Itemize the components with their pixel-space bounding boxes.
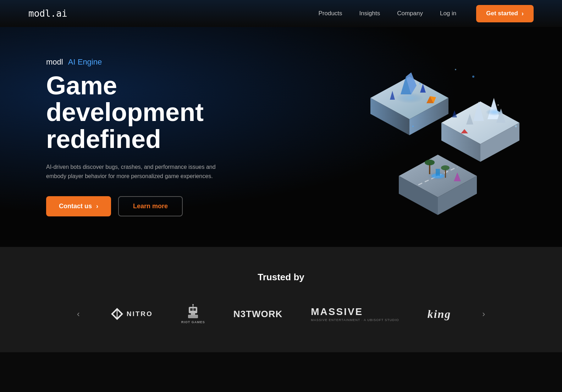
n3twork-label: N3TWORK — [233, 309, 282, 320]
riot-icon — [185, 304, 201, 320]
svg-marker-37 — [452, 110, 457, 117]
trusted-title: Trusted by — [28, 272, 534, 283]
svg-rect-45 — [191, 313, 195, 315]
svg-point-18 — [486, 109, 503, 116]
svg-point-24 — [425, 160, 435, 165]
nav-item-insights[interactable]: Insights — [359, 10, 380, 17]
contact-us-button[interactable]: Contact us › — [46, 196, 111, 216]
riot-sub-label: RIOT GAMES — [181, 320, 205, 324]
eyebrow-blue: AI Engine — [68, 57, 102, 66]
svg-point-35 — [515, 125, 517, 127]
eyebrow-white: modl — [46, 57, 63, 66]
nav-login[interactable]: Log in — [440, 10, 456, 17]
nav-item-company[interactable]: Company — [397, 10, 423, 17]
svg-point-34 — [412, 126, 414, 127]
nitro-diamond-icon — [111, 308, 123, 320]
get-started-button[interactable]: Get started › — [476, 5, 534, 22]
carousel-next-button[interactable]: › — [479, 306, 488, 322]
svg-point-26 — [441, 165, 450, 170]
trusted-section: Trusted by ‹ NITRO — [0, 247, 562, 352]
trusted-logos-row: ‹ NITRO — [28, 304, 534, 324]
hero-content: modl AI Engine Game development redefine… — [46, 57, 245, 217]
contact-arrow-icon: › — [96, 203, 98, 210]
nitro-label: NITRO — [127, 310, 153, 318]
arrow-icon: › — [522, 10, 524, 17]
logo-n3twork: N3TWORK — [233, 309, 282, 320]
svg-point-36 — [455, 69, 456, 70]
svg-rect-41 — [189, 307, 197, 313]
hero-buttons: Contact us › Learn more — [46, 196, 245, 216]
nav-links: Products Insights Company Log in Get sta… — [318, 5, 534, 22]
hero-visual — [349, 55, 534, 219]
hero-subtitle: AI-driven bots discover bugs, crashes, a… — [46, 162, 216, 181]
logo-riot: RIOT GAMES — [181, 304, 205, 324]
svg-rect-42 — [190, 308, 193, 311]
nav-item-products[interactable]: Products — [318, 10, 342, 17]
svg-point-9 — [395, 93, 424, 103]
massive-sub-label: MASSIVE ENTERTAINMENT · A UBISOFT STUDIO — [311, 318, 399, 322]
logo-massive: MASSIVE MASSIVE ENTERTAINMENT · A UBISOF… — [311, 306, 399, 322]
svg-rect-43 — [193, 308, 196, 311]
learn-more-button[interactable]: Learn more — [118, 196, 183, 216]
svg-point-30 — [427, 172, 448, 180]
svg-point-32 — [472, 76, 474, 78]
logo[interactable]: modl.ai — [28, 8, 67, 19]
hero-title: Game development redefined — [46, 72, 245, 153]
hero-section: modl AI Engine Game development redefine… — [0, 27, 562, 247]
logo-king: king — [428, 308, 451, 321]
logo-text: modl.ai — [28, 8, 67, 19]
svg-point-47 — [192, 304, 194, 305]
logo-nitro: NITRO — [111, 308, 153, 320]
king-label: king — [428, 308, 451, 321]
carousel-prev-button[interactable]: ‹ — [74, 306, 83, 322]
navbar: modl.ai Products Insights Company Log in… — [0, 0, 562, 27]
svg-point-31 — [419, 83, 421, 84]
hero-eyebrow: modl AI Engine — [46, 57, 245, 67]
svg-point-33 — [497, 104, 499, 106]
massive-label: MASSIVE — [311, 306, 363, 318]
